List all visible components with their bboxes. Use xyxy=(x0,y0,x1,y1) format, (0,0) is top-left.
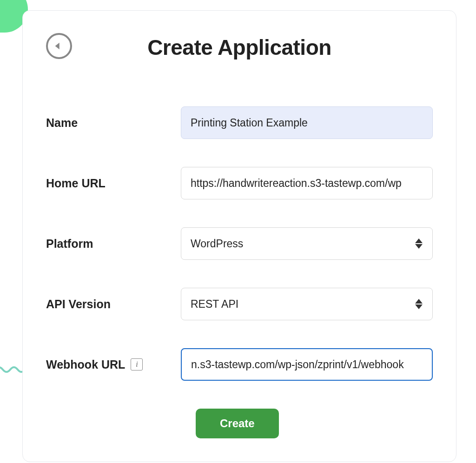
name-label: Name xyxy=(46,116,181,130)
form-row-api-version: API Version REST API xyxy=(46,288,433,320)
form-row-name: Name xyxy=(46,106,433,139)
name-input[interactable] xyxy=(181,106,433,139)
create-application-card: Create Application Name Home URL Platfor… xyxy=(22,10,456,462)
page-title: Create Application xyxy=(46,35,433,60)
api-version-select[interactable]: REST API xyxy=(181,288,433,320)
home-url-input[interactable] xyxy=(181,167,433,199)
home-url-label: Home URL xyxy=(46,177,181,190)
back-button[interactable] xyxy=(46,33,72,59)
api-version-label: API Version xyxy=(46,298,181,311)
webhook-url-label-text: Webhook URL xyxy=(46,358,125,371)
webhook-url-input[interactable] xyxy=(181,348,433,381)
info-icon[interactable]: i xyxy=(131,358,143,370)
platform-label: Platform xyxy=(46,237,181,251)
webhook-url-label: Webhook URL i xyxy=(46,358,181,371)
form-row-webhook-url: Webhook URL i xyxy=(46,348,433,381)
create-button[interactable]: Create xyxy=(196,409,279,438)
button-row: Create xyxy=(46,409,433,438)
form-row-platform: Platform WordPress xyxy=(46,227,433,260)
back-arrow-icon xyxy=(53,41,63,51)
form-row-home-url: Home URL xyxy=(46,167,433,199)
card-header: Create Application xyxy=(46,33,433,60)
platform-select[interactable]: WordPress xyxy=(181,227,433,260)
